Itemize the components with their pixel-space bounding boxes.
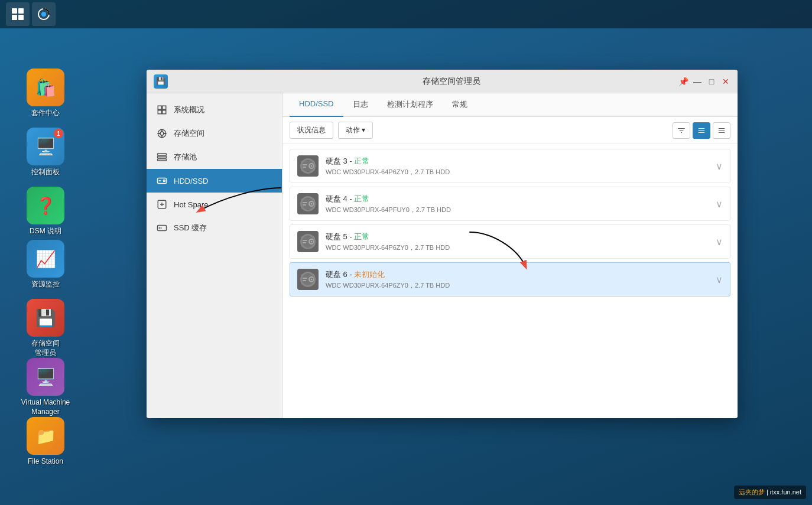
main-window: 💾 存储空间管理员 📌 — □ ✕ 系统概况 [147, 70, 738, 418]
filter-button[interactable]: path{stroke:currentColor;stroke-width:2;… [673, 122, 690, 139]
menu-view-button[interactable] [713, 122, 730, 139]
svg-point-42 [311, 241, 313, 243]
list-view-button[interactable] [693, 122, 710, 139]
hotspare-icon [156, 198, 168, 210]
close-button[interactable]: ✕ [721, 77, 730, 86]
disk-chevron-3[interactable]: ∨ [716, 161, 723, 172]
svg-rect-14 [158, 159, 167, 161]
desktop-icon-dsm[interactable]: ❓ DSM 说明 [19, 187, 72, 236]
minimize-button[interactable]: — [693, 77, 702, 86]
sidebar: 系统概况 存储空间 存储池 [147, 93, 282, 418]
ssd-icon [156, 222, 168, 234]
disk-info-5: 硬盘 5 - 正常 WDC WD30PURX-64P6ZY0，2.7 TB HD… [326, 232, 716, 252]
storage-pool-icon [156, 128, 168, 139]
taskbar-storage-btn[interactable] [32, 2, 56, 26]
disk-info-4: 硬盘 4 - 正常 WDC WD30PURX-64PFUY0，2.7 TB HD… [326, 194, 716, 214]
sidebar-label-storage-pool: 存储空间 [174, 128, 204, 139]
content-area: HDD/SSD 日志 检测计划程序 常规 状况信息 动作 ▾ path{stro… [282, 93, 738, 418]
desktop-icon-control[interactable]: 🖥️ 1 控制面板 [19, 128, 72, 177]
svg-point-32 [311, 165, 313, 167]
svg-rect-48 [303, 278, 307, 279]
sidebar-label-overview: 系统概况 [174, 105, 204, 115]
desktop-icon-filestation[interactable]: 📁 File Station [19, 417, 72, 467]
desktop-icon-vm[interactable]: 🖥️ Virtual MachineManager [19, 358, 72, 416]
maximize-button[interactable]: □ [707, 77, 716, 86]
volume-icon [156, 151, 168, 163]
svg-rect-45 [301, 274, 315, 285]
toolbar: 状况信息 动作 ▾ path{stroke:currentColor;strok… [282, 117, 738, 144]
svg-rect-35 [301, 198, 315, 209]
disk-item-6[interactable]: 硬盘 6 - 未初始化 WDC WD30PURX-64P6ZY0，2.7 TB … [290, 262, 730, 297]
svg-rect-33 [303, 164, 307, 165]
overview-icon [156, 104, 168, 116]
svg-rect-34 [303, 167, 306, 168]
svg-point-11 [160, 132, 164, 135]
desktop-icon-storage[interactable]: 💾 存储空间管理员 [19, 299, 72, 357]
disk-status-3: 正常 [354, 157, 369, 165]
sidebar-item-ssd[interactable]: SSD 缓存 [147, 216, 282, 240]
taskbar-grid-btn[interactable] [6, 2, 30, 26]
svg-rect-7 [163, 106, 166, 109]
sidebar-label-hotspare: Hot Spare [174, 200, 209, 209]
svg-rect-9 [163, 110, 166, 114]
tab-hdd-ssd[interactable]: HDD/SSD [290, 93, 343, 117]
disk-list: 硬盘 3 - 正常 WDC WD30PURX-64P6ZY0，2.7 TB HD… [282, 144, 738, 418]
icon-label-storage: 存储空间管理员 [31, 339, 60, 357]
svg-rect-13 [158, 157, 167, 158]
taskbar [0, 0, 812, 28]
desktop-icon-package[interactable]: 🛍️ 套件中心 [19, 69, 72, 118]
svg-rect-2 [12, 15, 17, 20]
window-controls: 📌 — □ ✕ [678, 77, 730, 86]
disk-chevron-6[interactable]: ∨ [716, 274, 723, 285]
sidebar-item-storage-pool[interactable]: 存储空间 [147, 122, 282, 145]
svg-point-31 [309, 164, 314, 168]
sidebar-item-hotspare[interactable]: Hot Spare [147, 193, 282, 216]
icon-label-control: 控制面板 [31, 168, 60, 177]
disk-detail-5: WDC WD30PURX-64P6ZY0，2.7 TB HDD [326, 243, 716, 252]
sidebar-item-hdd[interactable]: HDD/SSD [147, 169, 282, 193]
tab-log[interactable]: 日志 [343, 93, 378, 117]
disk-item-5[interactable]: 硬盘 5 - 正常 WDC WD30PURX-64P6ZY0，2.7 TB HD… [290, 224, 730, 259]
disk-chevron-5[interactable]: ∨ [716, 236, 723, 247]
watermark: 远夹的梦 | itxx.fun.net [734, 486, 806, 499]
icon-label-package: 套件中心 [31, 109, 60, 118]
svg-rect-43 [303, 240, 307, 241]
svg-point-47 [311, 279, 313, 281]
sidebar-item-overview[interactable]: 系统概况 [147, 98, 282, 122]
disk-item-4[interactable]: 硬盘 4 - 正常 WDC WD30PURX-64PFUY0，2.7 TB HD… [290, 187, 730, 221]
svg-point-41 [309, 239, 314, 244]
desktop-icon-monitor[interactable]: 📈 资源监控 [19, 240, 72, 289]
svg-point-46 [309, 277, 314, 282]
tab-general[interactable]: 常规 [443, 93, 477, 117]
disk-name-4: 硬盘 4 - 正常 [326, 194, 716, 204]
sidebar-label-hdd: HDD/SSD [174, 177, 209, 185]
icon-label-monitor: 资源监控 [31, 280, 60, 289]
control-badge: 1 [54, 129, 63, 138]
sidebar-label-ssd: SSD 缓存 [174, 223, 207, 233]
status-info-button[interactable]: 状况信息 [290, 122, 333, 139]
icon-label-vm: Virtual MachineManager [21, 398, 70, 416]
pin-button[interactable]: 📌 [678, 77, 688, 86]
svg-point-16 [163, 180, 165, 182]
tabs-bar: HDD/SSD 日志 检测计划程序 常规 [282, 93, 738, 117]
svg-point-5 [41, 12, 46, 17]
disk-icon-6 [297, 269, 319, 290]
window-body: 系统概况 存储空间 存储池 [147, 93, 738, 418]
sidebar-item-volume[interactable]: 存储池 [147, 145, 282, 169]
svg-rect-39 [303, 204, 306, 206]
svg-rect-30 [301, 161, 315, 171]
svg-rect-0 [12, 8, 17, 14]
disk-status-6: 未初始化 [354, 270, 385, 279]
svg-rect-12 [158, 154, 167, 155]
action-button[interactable]: 动作 ▾ [338, 122, 373, 139]
disk-chevron-4[interactable]: ∨ [716, 198, 723, 210]
disk-info-3: 硬盘 3 - 正常 WDC WD30PURX-64P6ZY0，2.7 TB HD… [326, 156, 716, 177]
toolbar-right: path{stroke:currentColor;stroke-width:2;… [673, 122, 730, 139]
disk-detail-4: WDC WD30PURX-64PFUY0，2.7 TB HDD [326, 206, 716, 214]
disk-icon-3 [297, 155, 319, 177]
tab-check-schedule[interactable]: 检测计划程序 [378, 93, 443, 117]
desktop: 🛍️ 套件中心 🖥️ 1 控制面板 ❓ DSM 说明 📈 资源监控 💾 存储空间… [0, 28, 812, 505]
svg-rect-38 [303, 202, 307, 203]
window-title: 存储空间管理员 [173, 76, 730, 87]
disk-item-3[interactable]: 硬盘 3 - 正常 WDC WD30PURX-64P6ZY0，2.7 TB HD… [290, 149, 730, 183]
